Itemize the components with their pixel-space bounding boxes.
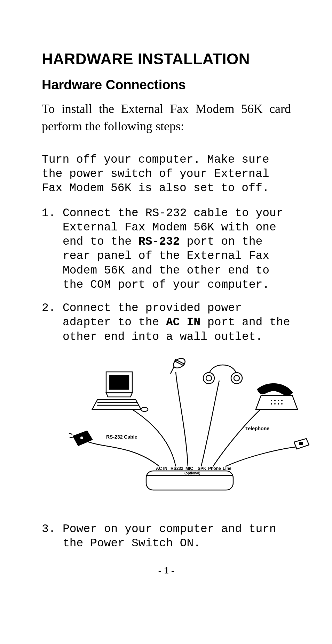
svg-point-15 (206, 375, 212, 381)
svg-point-20 (281, 400, 283, 401)
svg-point-7 (80, 437, 83, 439)
svg-point-18 (274, 400, 276, 401)
svg-point-6 (141, 407, 148, 411)
svg-point-16 (234, 375, 239, 381)
telephone-icon (256, 384, 298, 409)
computer-icon (92, 372, 148, 411)
svg-point-22 (274, 403, 276, 405)
telephone-label: Telephone (245, 426, 269, 431)
spk-label: SPK (198, 466, 206, 471)
acin-label: AC IN (156, 466, 167, 471)
step-1: Connect the RS-232 cable to your Externa… (42, 206, 291, 292)
pre-step-text: Turn off your computer. Make sure the po… (42, 153, 291, 196)
document-page: HARDWARE INSTALLATION Hardware Connectio… (0, 0, 332, 604)
mic-label: MIC (185, 466, 193, 471)
step-3: Power on your computer and turn the Powe… (42, 522, 291, 551)
steps-list: Connect the RS-232 cable to your Externa… (42, 206, 291, 551)
svg-rect-3 (110, 375, 129, 389)
rs232-cable-label: RS-232 Cable (106, 434, 137, 440)
svg-point-17 (271, 400, 272, 401)
wall-jack-icon (294, 439, 309, 449)
optional-label: (optional) (184, 471, 200, 475)
svg-line-8 (69, 433, 72, 434)
svg-line-9 (70, 437, 73, 438)
microphone-icon (171, 356, 187, 373)
line-label: Line (223, 466, 231, 471)
svg-point-24 (281, 403, 283, 405)
svg-point-19 (278, 400, 279, 401)
headphones-icon (203, 365, 242, 384)
rs232-port-label: RS232 (171, 466, 183, 471)
section-heading: Hardware Connections (42, 78, 291, 92)
page-number: - 1 - (42, 565, 291, 576)
svg-point-23 (278, 403, 279, 405)
intro-paragraph: To install the External Fax Modem 56K ca… (42, 100, 291, 135)
phone-port-label: Phone (208, 466, 221, 471)
power-plug-icon (69, 431, 92, 446)
instructions-block: Turn off your computer. Make sure the po… (42, 153, 291, 551)
svg-rect-25 (299, 442, 303, 445)
svg-point-21 (271, 403, 272, 405)
page-title: HARDWARE INSTALLATION (42, 50, 291, 68)
step-1-text: Connect the RS-232 cable to your Externa… (63, 207, 283, 291)
step-2: Connect the provided power adapter to th… (42, 301, 291, 505)
step-3-text: Power on your computer and turn the Powe… (63, 523, 276, 550)
modem-diagram-icon: AC IN RS232 MIC SPK Phone Line (optional… (63, 351, 310, 500)
connection-diagram: AC IN RS232 MIC SPK Phone Line (optional… (63, 351, 291, 505)
step-2-text: Connect the provided power adapter to th… (63, 302, 290, 343)
